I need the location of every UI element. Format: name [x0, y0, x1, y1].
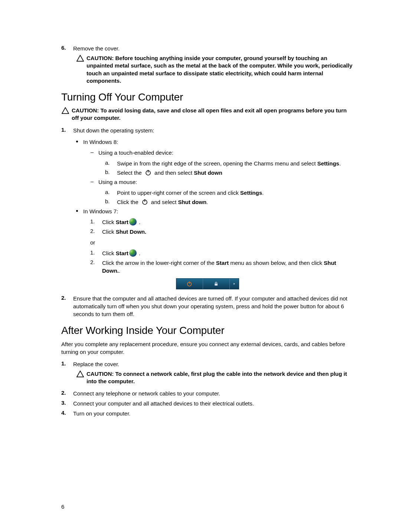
step-number: 3. — [61, 400, 69, 406]
page-number: 6 — [61, 503, 64, 510]
step-number: 1. — [61, 360, 69, 367]
bullet-icon — [76, 141, 78, 142]
text: . — [137, 250, 140, 256]
substep-mark: 2. — [90, 259, 97, 265]
start-orb-icon — [129, 218, 137, 226]
text: menu as shown below, and then click — [229, 260, 324, 266]
svg-rect-6 — [215, 283, 218, 285]
step-1-shutdown: 1. Shut down the operating system: — [61, 127, 353, 134]
arrow-segment — [230, 279, 239, 289]
caution-block-1: CAUTION: Before touching anything inside… — [76, 55, 353, 85]
step-number: 6. — [61, 45, 69, 51]
substep-mark: 1. — [90, 249, 97, 256]
step-text: Ensure that the computer and all attache… — [73, 295, 353, 318]
bullet-text: In Windows 7: — [83, 207, 118, 215]
text: Point to upper-right corner of the scree… — [117, 190, 240, 196]
text: Click the — [117, 199, 140, 205]
substep-text: Select the and then select Shut down — [117, 169, 222, 177]
substep-b-select-power: b. Select the and then select Shut down — [105, 169, 353, 177]
bold-start: Start — [216, 260, 229, 266]
substep-text: Point to upper-right corner of the scree… — [117, 189, 264, 197]
substep-text: Click the and select Shut down. — [117, 198, 208, 206]
bold-settings: Settings — [317, 160, 339, 167]
power-icon — [141, 198, 148, 205]
substep-text: Swipe in from the right edge of the scre… — [117, 160, 341, 167]
text: . — [262, 190, 264, 196]
substep-1b-click-start: 1. Click Start . — [90, 249, 353, 257]
paragraph-after: After you complete any replacement proce… — [61, 340, 353, 356]
bold-shutdown: Shut Down. — [116, 229, 147, 235]
heading-turning-off: Turning Off Your Computer — [61, 91, 353, 103]
step-2-ensure-off: 2. Ensure that the computer and all atta… — [61, 295, 353, 318]
caution-icon — [76, 370, 84, 378]
substep-mark: 1. — [90, 218, 97, 224]
substep-mark: a. — [105, 160, 112, 166]
step-text: Replace the cover. — [73, 360, 353, 368]
power-segment — [176, 279, 203, 289]
dash-mouse: – Using a mouse: — [90, 178, 353, 186]
text: and select — [150, 199, 178, 205]
substep-mark: 2. — [90, 228, 97, 234]
caution-block-2: CAUTION: To avoid losing data, save and … — [61, 107, 353, 122]
dash-text: Using a touch-enabled device: — [98, 149, 173, 157]
substep-1-click-start: 1. Click Start . — [90, 218, 353, 226]
step-text: Turn on your computer. — [73, 410, 353, 417]
step-text: Connect your computer and all attached d… — [73, 400, 353, 407]
bullet-text: In Windows 8: — [83, 138, 118, 146]
caution-text: CAUTION: To avoid losing data, save and … — [72, 107, 353, 122]
text: Swipe in from the right edge of the scre… — [117, 160, 317, 167]
substep-2-click-shutdown: 2. Click Shut Down. — [90, 228, 353, 236]
text: Click — [102, 219, 116, 225]
dash-text: Using a mouse: — [98, 178, 137, 186]
bullet-icon — [76, 210, 78, 212]
bold-settings: Settings — [240, 190, 262, 196]
text: . — [206, 199, 208, 205]
after-step-3: 3. Connect your computer and all attache… — [61, 400, 353, 407]
substep-mark: a. — [105, 189, 112, 195]
step-text: Remove the cover. — [73, 45, 353, 52]
step-number: 4. — [61, 410, 69, 416]
substep-b-click-power: b. Click the and select Shut down. — [105, 198, 353, 206]
text: . — [137, 219, 140, 225]
text: Click — [102, 250, 116, 256]
bold-start: Start — [116, 219, 128, 225]
text: . — [339, 160, 341, 167]
dash-icon: – — [90, 149, 94, 155]
dash-touch-device: – Using a touch-enabled device: — [90, 149, 353, 157]
text: and then select — [153, 170, 194, 176]
substep-a-point: a. Point to upper-right corner of the sc… — [105, 189, 353, 197]
caution-icon — [61, 107, 69, 114]
bold-shutdown: Shut down — [194, 170, 222, 176]
or-text: or — [90, 239, 353, 246]
bullet-windows-7: In Windows 7: — [76, 207, 353, 215]
substep-mark: b. — [105, 198, 112, 204]
substep-text: Click Shut Down. — [102, 228, 146, 236]
step-text: Shut down the operating system: — [73, 127, 353, 134]
after-step-1: 1. Replace the cover. — [61, 360, 353, 368]
step-text: Connect any telephone or network cables … — [73, 390, 353, 397]
substep-a-swipe: a. Swipe in from the right edge of the s… — [105, 160, 353, 167]
substep-text: Click the arrow in the lower-right corne… — [102, 259, 353, 275]
caution-text: CAUTION: To connect a network cable, fir… — [87, 370, 353, 385]
step-number: 1. — [61, 127, 69, 133]
substep-text: Click Start . — [102, 218, 140, 226]
step-6: 6. Remove the cover. — [61, 45, 353, 52]
shutdown-menu-image — [176, 278, 239, 289]
bold-start: Start — [116, 250, 128, 256]
substep-mark: b. — [105, 169, 112, 175]
document-page: 6. Remove the cover. CAUTION: Before tou… — [0, 0, 401, 442]
caution-text: CAUTION: Before touching anything inside… — [87, 55, 353, 85]
bold-shutdown: Shut down — [178, 199, 206, 205]
after-step-4: 4. Turn on your computer. — [61, 410, 353, 417]
substep-text: Click Start . — [102, 249, 140, 257]
step-number: 2. — [61, 390, 69, 396]
after-step-2: 2. Connect any telephone or network cabl… — [61, 390, 353, 397]
text: Click — [102, 229, 116, 235]
caution-icon — [76, 55, 84, 62]
text: Click the arrow in the lower-right corne… — [102, 260, 216, 266]
step-number: 2. — [61, 295, 69, 301]
substep-2b-click-arrow: 2. Click the arrow in the lower-right co… — [90, 259, 353, 275]
text: . — [119, 267, 120, 274]
power-icon — [145, 169, 151, 176]
start-orb-icon — [129, 249, 137, 257]
